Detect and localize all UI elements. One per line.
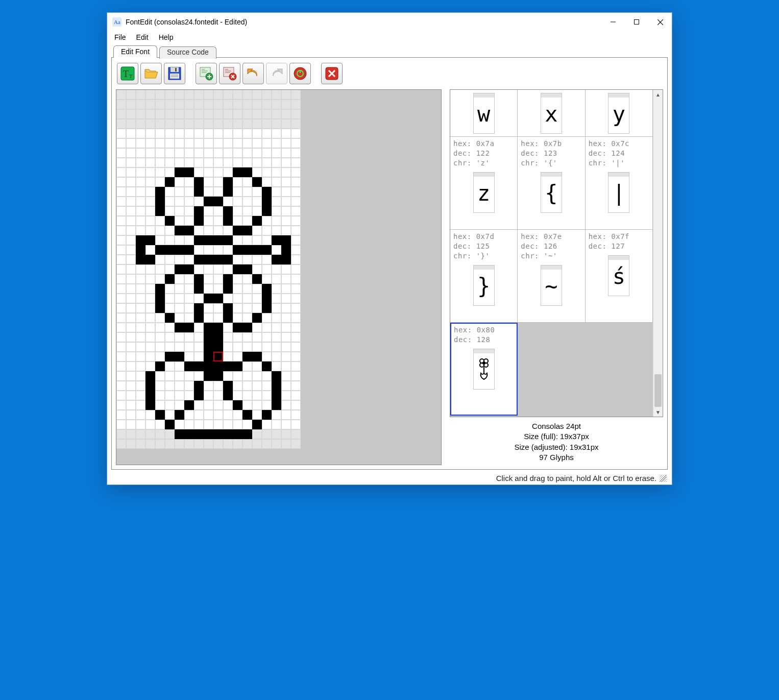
pixel-cell[interactable]	[291, 226, 301, 235]
pixel-cell[interactable]	[272, 400, 281, 410]
pixel-cell[interactable]	[184, 352, 194, 361]
pixel-cell[interactable]	[204, 332, 213, 342]
pixel-cell[interactable]	[233, 197, 242, 206]
pixel-cell[interactable]	[242, 371, 252, 381]
pixel-cell[interactable]	[233, 420, 242, 429]
pixel-cell[interactable]	[223, 410, 233, 420]
pixel-cell[interactable]	[291, 109, 301, 119]
pixel-cell[interactable]	[204, 167, 213, 177]
pixel-cell[interactable]	[175, 274, 184, 284]
pixel-cell[interactable]	[184, 332, 194, 342]
pixel-cell[interactable]	[252, 197, 262, 206]
pixel-cell[interactable]	[252, 323, 262, 332]
pixel-cell[interactable]	[136, 138, 145, 148]
pixel-cell[interactable]	[204, 420, 213, 429]
pixel-cell[interactable]	[242, 187, 252, 197]
pixel-cell[interactable]	[233, 381, 242, 391]
pixel-cell[interactable]	[291, 332, 301, 342]
pixel-cell[interactable]	[223, 148, 233, 158]
pixel-cell[interactable]	[165, 187, 175, 197]
pixel-cell[interactable]	[281, 216, 291, 226]
pixel-cell[interactable]	[136, 342, 145, 352]
menu-file[interactable]: File	[114, 33, 126, 41]
pixel-cell[interactable]	[116, 158, 126, 167]
pixel-cell[interactable]	[291, 177, 301, 187]
glyph-cell[interactable]: hex: 0x7b dec: 123 chr: '{'{	[518, 137, 585, 230]
pixel-cell[interactable]	[281, 342, 291, 352]
pixel-cell[interactable]	[233, 216, 242, 226]
pixel-cell[interactable]	[272, 303, 281, 313]
pixel-cell[interactable]	[165, 391, 175, 400]
pixel-cell[interactable]	[242, 90, 252, 100]
pixel-cell[interactable]	[291, 294, 301, 303]
pixel-cell[interactable]	[223, 284, 233, 294]
pixel-cell[interactable]	[223, 206, 233, 216]
pixel-cell[interactable]	[116, 303, 126, 313]
pixel-cell[interactable]	[184, 294, 194, 303]
pixel-cell[interactable]	[262, 361, 272, 371]
pixel-cell[interactable]	[155, 361, 165, 371]
pixel-cell[interactable]	[233, 109, 242, 119]
pixel-cell[interactable]	[262, 429, 272, 439]
pixel-cell[interactable]	[252, 148, 262, 158]
pixel-cell[interactable]	[223, 245, 233, 255]
pixel-cell[interactable]	[291, 371, 301, 381]
resize-grip-icon[interactable]	[660, 475, 667, 482]
pixel-cell[interactable]	[233, 284, 242, 294]
pixel-cell[interactable]	[204, 187, 213, 197]
pixel-cell[interactable]	[281, 420, 291, 429]
pixel-cell[interactable]	[116, 90, 126, 100]
pixel-cell[interactable]	[165, 429, 175, 439]
pixel-cell[interactable]	[281, 197, 291, 206]
pixel-cell[interactable]	[242, 255, 252, 264]
pixel-cell[interactable]	[175, 361, 184, 371]
pixel-cell[interactable]	[184, 429, 194, 439]
pixel-cell[interactable]	[204, 410, 213, 420]
pixel-cell[interactable]	[175, 284, 184, 294]
pixel-cell[interactable]	[242, 138, 252, 148]
pixel-cell[interactable]	[233, 226, 242, 235]
pixel-cell[interactable]	[194, 410, 204, 420]
pixel-cell[interactable]	[116, 187, 126, 197]
pixel-cell[interactable]	[281, 381, 291, 391]
pixel-cell[interactable]	[175, 303, 184, 313]
pixel-cell[interactable]	[233, 352, 242, 361]
pixel-cell[interactable]	[155, 352, 165, 361]
pixel-cell[interactable]	[252, 400, 262, 410]
pixel-cell[interactable]	[194, 90, 204, 100]
pixel-cell[interactable]	[155, 148, 165, 158]
pixel-cell[interactable]	[252, 352, 262, 361]
pixel-cell[interactable]	[175, 129, 184, 138]
pixel-cell[interactable]	[155, 371, 165, 381]
pixel-cell[interactable]	[155, 138, 165, 148]
pixel-cell[interactable]	[116, 167, 126, 177]
pixel-cell[interactable]	[184, 284, 194, 294]
pixel-cell[interactable]	[126, 245, 136, 255]
pixel-cell[interactable]	[116, 439, 126, 449]
pixel-cell[interactable]	[242, 129, 252, 138]
pixel-cell[interactable]	[145, 391, 155, 400]
pixel-cell[interactable]	[213, 342, 223, 352]
pixel-cell[interactable]	[155, 187, 165, 197]
pixel-cell[interactable]	[184, 303, 194, 313]
pixel-cell[interactable]	[204, 109, 213, 119]
pixel-cell[interactable]	[281, 255, 291, 264]
pixel-cell[interactable]	[116, 255, 126, 264]
pixel-cell[interactable]	[175, 177, 184, 187]
pixel-cell[interactable]	[136, 294, 145, 303]
pixel-cell[interactable]	[184, 148, 194, 158]
pixel-cell[interactable]	[145, 274, 155, 284]
pixel-cell[interactable]	[126, 371, 136, 381]
pixel-cell[interactable]	[213, 332, 223, 342]
pixel-cell[interactable]	[155, 158, 165, 167]
pixel-cell[interactable]	[136, 216, 145, 226]
pixel-cell[interactable]	[213, 429, 223, 439]
pixel-cell[interactable]	[175, 332, 184, 342]
pixel-cell[interactable]	[136, 332, 145, 342]
pixel-cell[interactable]	[126, 429, 136, 439]
pixel-cell[interactable]	[291, 342, 301, 352]
pixel-cell[interactable]	[155, 197, 165, 206]
pixel-cell[interactable]	[116, 381, 126, 391]
pixel-cell[interactable]	[116, 410, 126, 420]
pixel-cell[interactable]	[145, 294, 155, 303]
